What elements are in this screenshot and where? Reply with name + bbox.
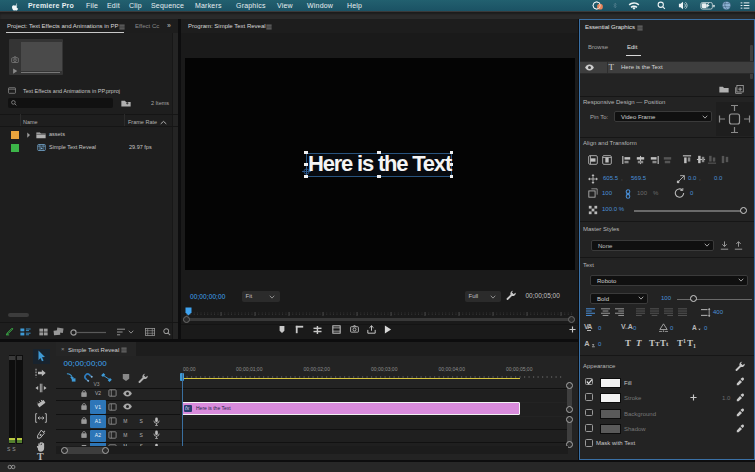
svg-text:A: A: [584, 339, 590, 348]
svg-text:A: A: [692, 324, 697, 331]
